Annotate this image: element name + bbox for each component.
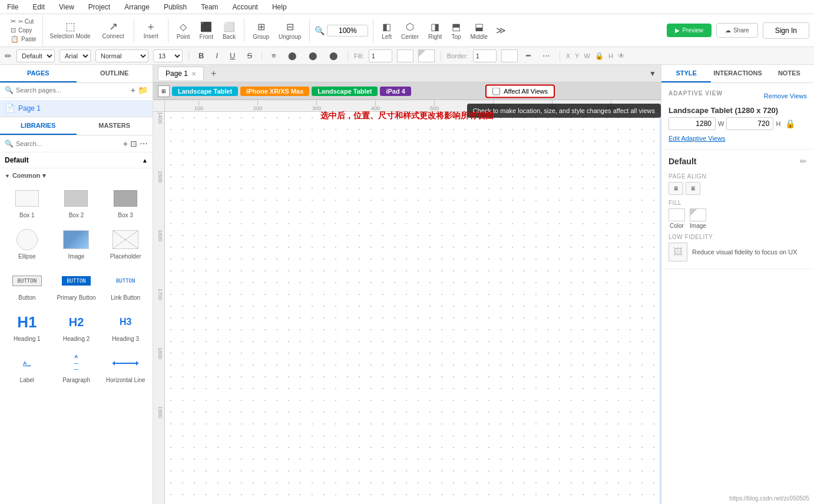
insert-button[interactable]: ＋ Insert bbox=[139, 19, 163, 42]
fill-color-option[interactable]: Color bbox=[669, 208, 685, 229]
lib-search-input[interactable] bbox=[16, 140, 121, 147]
affect-all-views-checkbox[interactable]: Affect All Views bbox=[485, 84, 555, 98]
height-input[interactable]: 720 bbox=[726, 117, 773, 130]
cut-button[interactable]: ✂ ✂ Cut bbox=[9, 17, 38, 26]
lib-item-primary-button[interactable]: BUTTON Primary Button bbox=[54, 267, 99, 303]
border-style-1[interactable]: ━ bbox=[522, 51, 534, 61]
paste-button[interactable]: 📋 Paste bbox=[9, 35, 38, 44]
menu-view[interactable]: View bbox=[57, 2, 77, 12]
border-color-swatch[interactable] bbox=[501, 49, 518, 62]
menu-publish[interactable]: Publish bbox=[161, 2, 189, 12]
zoom-input[interactable] bbox=[327, 25, 368, 37]
ungroup-button[interactable]: ⊟ Ungroup bbox=[275, 19, 305, 42]
page-canvas[interactable] bbox=[165, 112, 661, 504]
italic-button[interactable]: I bbox=[212, 51, 221, 61]
align-left-btn[interactable]: ≡ bbox=[669, 182, 683, 195]
top-align-button[interactable]: ⬒ Top bbox=[448, 19, 464, 42]
remove-views-link[interactable]: Remove Views bbox=[764, 92, 807, 100]
width-input[interactable]: 1280 bbox=[669, 117, 716, 130]
adaptive-chip-landscape-tablet-2[interactable]: Landscape Tablet bbox=[312, 87, 378, 96]
adaptive-chip-ipad4[interactable]: iPad 4 bbox=[380, 87, 411, 96]
libraries-tab[interactable]: LIBRARIES bbox=[0, 117, 77, 135]
style-tab[interactable]: STYLE bbox=[661, 65, 711, 82]
more-tools-icon[interactable]: ≫ bbox=[494, 25, 508, 36]
fill-image-swatch[interactable] bbox=[418, 49, 435, 62]
strikethrough-button[interactable]: S bbox=[243, 51, 256, 61]
lib-selector-arrow[interactable]: ▲ bbox=[142, 157, 148, 164]
lib-item-h2[interactable]: H2 Heading 2 bbox=[54, 308, 99, 344]
underline-button[interactable]: U bbox=[226, 51, 239, 61]
adaptive-chip-landscape-tablet-1[interactable]: Landscape Tablet bbox=[172, 87, 238, 96]
lib-item-h1[interactable]: H1 Heading 1 bbox=[5, 308, 49, 344]
menu-project[interactable]: Project bbox=[86, 2, 112, 12]
lib-item-image[interactable]: Image bbox=[54, 226, 99, 262]
view-ruler-icon[interactable]: ⊞ bbox=[158, 85, 170, 97]
notes-tab[interactable]: NOTES bbox=[765, 65, 814, 82]
fill-image-swatch-right[interactable] bbox=[690, 208, 706, 221]
menu-account[interactable]: Account bbox=[230, 2, 260, 12]
edit-adaptive-views-link[interactable]: Edit Adaptive Views bbox=[669, 135, 807, 142]
lib-item-placeholder[interactable]: Placeholder bbox=[103, 226, 148, 262]
preview-button[interactable]: ▶ Preview bbox=[667, 24, 712, 37]
lib-item-box1[interactable]: Box 1 bbox=[5, 184, 49, 221]
add-page-icon[interactable]: + bbox=[131, 85, 135, 95]
add-page-button[interactable]: + bbox=[206, 66, 221, 81]
adaptive-chip-iphone[interactable]: iPhone XR/XS Max bbox=[240, 87, 309, 96]
style-select[interactable]: Default bbox=[16, 49, 55, 62]
align-left-fmt-button[interactable]: ⬤ bbox=[284, 51, 300, 61]
list-button[interactable]: ≡ bbox=[268, 51, 280, 61]
lib-item-label[interactable]: A_ Label bbox=[5, 349, 49, 386]
fill-image-option[interactable]: Image bbox=[690, 208, 706, 229]
menu-arrange[interactable]: Arrange bbox=[122, 2, 152, 12]
signin-button[interactable]: Sign In bbox=[763, 22, 809, 39]
front-button[interactable]: ⬛ Front bbox=[196, 19, 217, 42]
menu-edit[interactable]: Edit bbox=[30, 2, 47, 12]
lib-selector[interactable]: Default ▲ bbox=[0, 152, 153, 168]
font-select[interactable]: Arial bbox=[59, 49, 91, 62]
point-button[interactable]: ◇ Point bbox=[173, 19, 194, 42]
border-input[interactable] bbox=[473, 49, 497, 62]
fill-color-swatch[interactable] bbox=[397, 49, 413, 62]
center-align-button[interactable]: ⬡ Center bbox=[398, 19, 422, 42]
group-button[interactable]: ⊞ Group bbox=[249, 19, 273, 42]
menu-help[interactable]: Help bbox=[270, 2, 289, 12]
menu-file[interactable]: File bbox=[5, 2, 21, 12]
connect-button[interactable]: ↗ Connect bbox=[98, 19, 129, 42]
lib-item-h3[interactable]: H3 Heading 3 bbox=[103, 308, 148, 344]
align-right-fmt-button[interactable]: ⬤ bbox=[326, 51, 342, 61]
lib-item-paragraph[interactable]: A—— Paragraph bbox=[54, 349, 99, 386]
page1-tab-close[interactable]: ✕ bbox=[191, 71, 196, 77]
bold-button[interactable]: B bbox=[195, 51, 207, 61]
view-expand-button[interactable]: ▼ bbox=[644, 67, 661, 80]
lib-add-icon[interactable]: + bbox=[123, 139, 128, 148]
menu-team[interactable]: Team bbox=[198, 2, 220, 12]
page1-tab[interactable]: Page 1 ✕ bbox=[158, 67, 204, 80]
fill-color-swatch-right[interactable] bbox=[669, 208, 685, 221]
align-center-fmt-button[interactable]: ⬤ bbox=[305, 51, 321, 61]
fill-input[interactable] bbox=[369, 49, 392, 62]
lib-item-hline[interactable]: Horizontal Line bbox=[103, 349, 148, 386]
align-right-btn[interactable]: ≡ bbox=[686, 182, 700, 195]
share-button[interactable]: ☁ Share bbox=[716, 23, 758, 38]
right-align-button[interactable]: ◨ Right bbox=[425, 19, 445, 42]
lib-item-ellipse[interactable]: Ellipse bbox=[5, 226, 49, 262]
default-edit-icon[interactable]: ✏ bbox=[800, 157, 807, 166]
canvas-scroll[interactable]: 100 200 300 400 500 600 700 800 1400 150… bbox=[153, 100, 661, 504]
middle-align-button[interactable]: ⬓ Middle bbox=[467, 19, 491, 42]
pages-tab[interactable]: PAGES bbox=[0, 65, 77, 82]
affect-all-views-input[interactable] bbox=[492, 87, 500, 95]
common-section-header[interactable]: ▼ Common ▾ bbox=[0, 168, 153, 182]
border-style-2[interactable]: ⋯ bbox=[539, 51, 554, 61]
page-item[interactable]: 📄 Page 1 bbox=[0, 100, 153, 117]
copy-button[interactable]: ⊡ Copy bbox=[9, 26, 38, 35]
masters-tab[interactable]: MASTERS bbox=[77, 117, 153, 135]
size-select[interactable]: 13 bbox=[153, 49, 183, 62]
left-align-button[interactable]: ◧ Left bbox=[378, 19, 395, 42]
folder-icon[interactable]: 📁 bbox=[138, 85, 148, 95]
lib-item-button[interactable]: BUTTON Button bbox=[5, 267, 49, 303]
lib-item-box3[interactable]: Box 3 bbox=[103, 184, 148, 221]
lib-item-box2[interactable]: Box 2 bbox=[54, 184, 99, 221]
lib-copy-icon[interactable]: ⊡ bbox=[130, 139, 137, 148]
outline-tab[interactable]: OUTLINE bbox=[77, 65, 153, 82]
interactions-tab[interactable]: INTERACTIONS bbox=[711, 65, 765, 82]
